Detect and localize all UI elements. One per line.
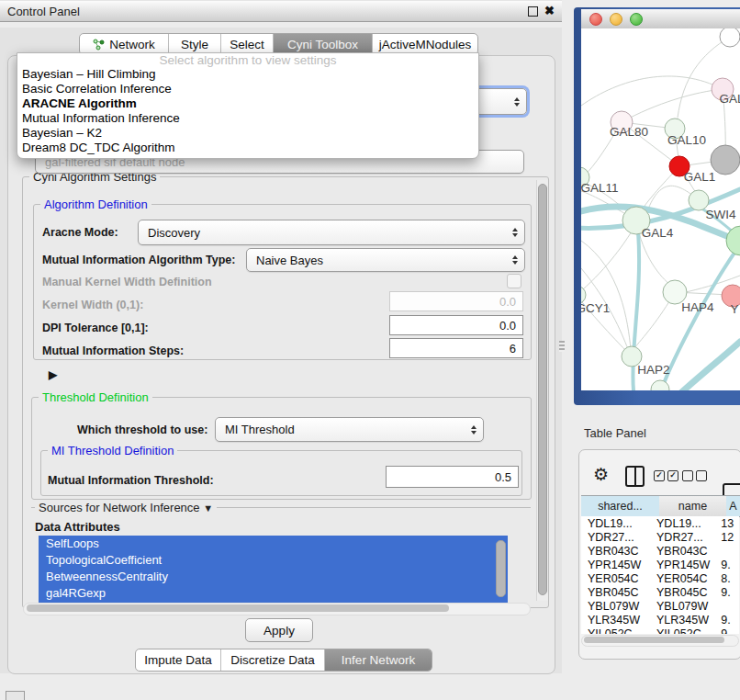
collapse-arrow-icon: ▼ (203, 502, 213, 514)
table-cell: YBL079W (655, 600, 719, 613)
settings-scrollbar-thumb[interactable] (538, 184, 547, 595)
panel-divider-grip[interactable] (559, 341, 565, 352)
algorithm-popup-placeholder: Select algorithm to view settings (17, 53, 478, 67)
table-cell: YIL052C (581, 627, 655, 635)
attributes-hscrollbar-thumb[interactable] (27, 604, 449, 612)
cyni-bottom-tabbar: Impute Data Discretize Data Infer Networ… (135, 649, 432, 672)
tab-select[interactable]: Select (221, 34, 274, 54)
table-row[interactable]: YPR145WYPR145W9. (581, 558, 739, 571)
table-cell: YBR043C (655, 545, 719, 558)
float-window-icon[interactable] (528, 6, 538, 17)
algorithm-option[interactable]: Dream8 DC_TDC Algorithm (17, 141, 478, 155)
table-row[interactable]: YIL052CYIL052C9. (581, 627, 739, 634)
table-row[interactable]: YDL19...YDL19...13 (581, 516, 739, 530)
node-label: GAL80 (610, 125, 648, 139)
table-row[interactable]: YBR045CYBR045C9. (581, 585, 739, 599)
gear-icon[interactable]: ⚙ (593, 466, 609, 484)
table-hscrollbar-thumb[interactable] (584, 637, 724, 643)
node-label: GCY1 (581, 301, 610, 315)
data-attribute-item[interactable]: BetweennessCentrality (39, 569, 508, 585)
tab-impute-data[interactable]: Impute Data (136, 649, 221, 671)
close-traffic-light-icon[interactable] (589, 13, 602, 26)
table-row[interactable]: YLR345WYLR345W9. (581, 613, 739, 627)
attributes-hscrollbar[interactable] (23, 603, 531, 615)
apply-button[interactable]: Apply (245, 618, 313, 642)
node-label: HAP4 (681, 300, 714, 314)
table-cell: 9. (719, 627, 739, 635)
table-cell: 13 (719, 517, 739, 530)
aracne-mode-combobox[interactable]: Discovery (138, 220, 525, 245)
node-label: HAP2 (637, 363, 669, 377)
minimized-panel-icon[interactable] (6, 691, 25, 700)
threshold-definition-title: Threshold Definition (39, 390, 152, 404)
table-panel-title: Table Panel (584, 426, 646, 440)
mi-threshold-field[interactable]: 0.5 (386, 466, 519, 488)
data-attributes-list: SelfLoopsTopologicalCoefficientBetweenne… (39, 536, 508, 603)
table-cell: 9. (719, 614, 739, 627)
tab-discretize-data[interactable]: Discretize Data (221, 649, 325, 671)
table-column-header[interactable]: name (659, 495, 727, 517)
tab-infer-network[interactable]: Infer Network (325, 649, 432, 671)
table-cell: YBR045C (581, 586, 655, 599)
algorithm-option-list: Bayesian – Hill ClimbingBasic Correlatio… (17, 67, 478, 155)
close-icon[interactable]: ✖ (544, 1, 555, 21)
network-edge (581, 76, 723, 106)
manual-kernel-width-checkbox[interactable] (507, 274, 521, 288)
network-edge (581, 241, 631, 349)
sources-group-title[interactable]: Sources for Network Inference ▼ (35, 501, 217, 514)
table-cell: YPR145W (581, 559, 655, 571)
data-attribute-item[interactable]: TopologicalCoefficient (39, 552, 508, 569)
network-node[interactable] (726, 226, 740, 255)
minimize-traffic-light-icon[interactable] (610, 13, 622, 26)
zoom-traffic-light-icon[interactable] (630, 13, 643, 26)
algorithm-option[interactable]: ARACNE Algorithm (17, 96, 478, 111)
network-canvas[interactable]: GALGAL80GAL10GAL1GAL11SWI4GAL4GCY1HAP4YH… (581, 28, 740, 390)
kernel-width-field[interactable]: 0.0 (389, 291, 523, 311)
node-label: GAL4 (642, 226, 674, 240)
data-attributes-label: Data Attributes (35, 520, 120, 534)
algorithm-option[interactable]: Mutual Information Inference (17, 111, 478, 126)
table-column-header[interactable]: shared... (581, 495, 660, 517)
tab-cyni-toolbox[interactable]: Cyni Toolbox (274, 34, 373, 54)
mi-algorithm-type-combobox[interactable]: Naive Bayes (246, 248, 525, 272)
table-row[interactable]: YDR27...YDR27...12 (581, 530, 739, 544)
attributes-scrollbar-thumb[interactable] (496, 540, 506, 597)
tab-label: Network (109, 38, 155, 51)
select-all-checks-icon[interactable]: ✓✓ (654, 470, 678, 481)
network-node[interactable] (651, 380, 669, 390)
data-attribute-item[interactable]: SelfLoops (39, 536, 508, 552)
network-edge (581, 231, 632, 295)
control-panel-title: Control Panel (0, 5, 80, 18)
table-row[interactable]: YBR043CYBR043C (581, 544, 739, 558)
dpi-tolerance-field[interactable]: 0.0 (389, 315, 523, 335)
network-window-titlebar[interactable] (581, 9, 740, 29)
table-cell: YLR345W (655, 614, 719, 627)
algorithm-option[interactable]: Basic Correlation Inference (17, 82, 478, 96)
tab-jactivemnodules[interactable]: jActiveMNodules (373, 34, 477, 54)
deselect-all-checks-icon[interactable] (682, 470, 707, 481)
mi-steps-label: Mutual Information Steps: (42, 344, 184, 357)
table-cell: 8. (719, 572, 739, 585)
network-node[interactable] (720, 28, 740, 47)
which-threshold-combobox[interactable]: MI Threshold (215, 417, 484, 442)
split-columns-icon[interactable] (625, 466, 645, 487)
hub-definition-toggle[interactable]: ▶ (41, 367, 57, 381)
table-row[interactable]: YBL079WYBL079W (581, 599, 739, 613)
algorithm-option[interactable]: Bayesian – Hill Climbing (17, 67, 478, 82)
table-column-header[interactable]: A (726, 495, 740, 517)
algorithm-definition-title: Algorithm Definition (40, 198, 151, 211)
network-graph: GALGAL80GAL10GAL1GAL11SWI4GAL4GCY1HAP4YH… (581, 28, 740, 390)
table-body: YDL19...YDL19...13YDR27...YDR27...12YBR0… (581, 516, 739, 634)
node-label: SWI4 (705, 208, 735, 221)
data-attribute-item[interactable]: gal4RGexp (39, 585, 508, 602)
tab-network[interactable]: Network (80, 34, 169, 54)
tab-style[interactable]: Style (169, 34, 221, 54)
aracne-mode-label: Aracne Mode: (42, 226, 118, 239)
algorithm-dropdown-popup: Select algorithm to view settings Bayesi… (17, 52, 479, 159)
table-row[interactable]: YER054CYER054C8. (581, 571, 739, 585)
algorithm-option[interactable]: Bayesian – K2 (17, 126, 478, 141)
table-hscrollbar[interactable] (581, 635, 739, 647)
mi-steps-field[interactable]: 6 (389, 338, 523, 358)
settings-scrollbar[interactable] (536, 180, 548, 601)
table-cell: YIL052C (655, 627, 719, 635)
